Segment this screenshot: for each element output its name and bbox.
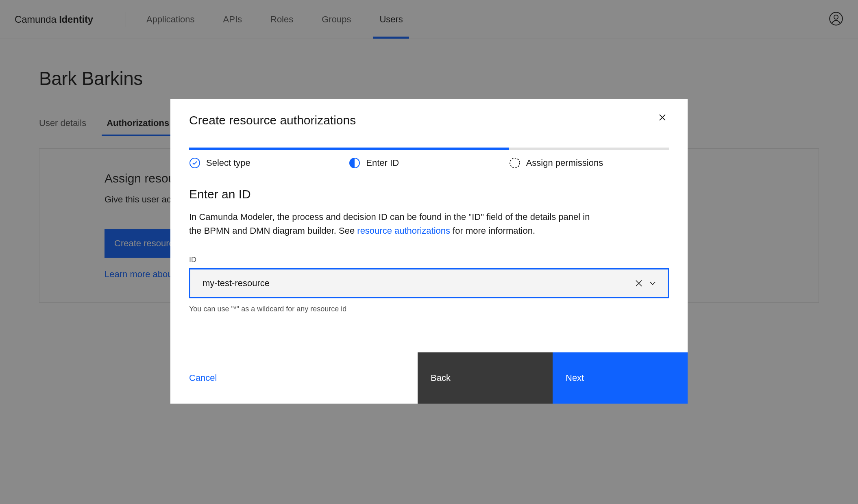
svg-point-2 <box>190 158 200 168</box>
back-button[interactable]: Back <box>418 352 553 404</box>
step-assign-permissions: Assign permissions <box>509 157 669 169</box>
cancel-button[interactable]: Cancel <box>170 373 418 383</box>
modal-footer: Cancel Back Next <box>170 352 688 404</box>
create-authorization-modal: Create resource authorizations Select ty… <box>170 99 688 404</box>
step-indicators: Select type Enter ID Assign permissions <box>189 157 669 169</box>
section-desc-post: for more information. <box>450 226 535 236</box>
chevron-down-icon[interactable] <box>646 276 660 290</box>
id-combobox[interactable] <box>189 268 669 298</box>
section-description: In Camunda Modeler, the process and deci… <box>189 210 604 238</box>
id-field-label: ID <box>189 256 669 264</box>
id-input[interactable] <box>203 278 632 289</box>
step-label: Assign permissions <box>526 158 603 168</box>
clear-icon[interactable] <box>632 276 646 290</box>
progress-segment-3 <box>509 148 669 150</box>
step-label: Enter ID <box>366 158 399 168</box>
progress-segment-1 <box>189 148 349 150</box>
section-title: Enter an ID <box>189 187 669 201</box>
modal-body: Enter an ID In Camunda Modeler, the proc… <box>170 169 688 328</box>
step-enter-id: Enter ID <box>349 157 509 169</box>
id-helper-text: You can use "*" as a wildcard for any re… <box>189 305 669 313</box>
half-circle-icon <box>349 157 360 169</box>
step-select-type: Select type <box>189 157 349 169</box>
progress-segment-2 <box>349 148 509 150</box>
modal-title: Create resource authorizations <box>189 113 356 127</box>
next-button[interactable]: Next <box>553 352 688 404</box>
checkmark-circle-icon <box>189 157 200 169</box>
step-label: Select type <box>206 158 250 168</box>
modal-header: Create resource authorizations <box>170 99 688 135</box>
svg-point-4 <box>510 158 520 168</box>
progress-bar <box>189 148 669 150</box>
close-icon[interactable] <box>656 111 669 126</box>
resource-authorizations-link[interactable]: resource authorizations <box>357 226 450 236</box>
dashed-circle-icon <box>509 157 520 169</box>
